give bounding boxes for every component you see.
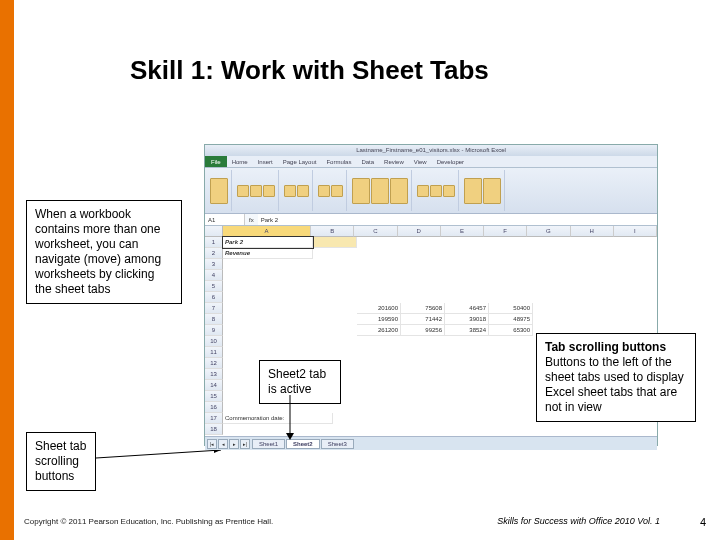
cell[interactable]: 75608: [401, 303, 445, 314]
font-icon[interactable]: [250, 185, 262, 197]
delete-icon[interactable]: [430, 185, 442, 197]
row-header[interactable]: 17: [205, 413, 223, 424]
callout-scroll-buttons: Sheet tab scrolling buttons: [26, 432, 96, 491]
row-header[interactable]: 13: [205, 369, 223, 380]
number-icon[interactable]: [331, 185, 343, 197]
sort-filter-icon[interactable]: [464, 178, 482, 204]
last-sheet-icon[interactable]: ▸|: [240, 439, 250, 449]
col-header[interactable]: H: [571, 226, 614, 237]
row-header[interactable]: 12: [205, 358, 223, 369]
callout-text: Sheet2 tab is active: [268, 367, 326, 396]
col-header[interactable]: F: [484, 226, 527, 237]
cell[interactable]: 201600: [357, 303, 401, 314]
ribbon: [205, 168, 657, 214]
row-header[interactable]: 5: [205, 281, 223, 292]
ribbon-tab[interactable]: Formulas: [321, 156, 356, 167]
col-header[interactable]: I: [614, 226, 657, 237]
row-header[interactable]: 9: [205, 325, 223, 336]
window-titlebar: Lastname_Firstname_e01_visitors.xlsx - M…: [205, 145, 657, 156]
ribbon-tab[interactable]: Insert: [253, 156, 278, 167]
name-box[interactable]: A1: [205, 214, 245, 225]
cell-a2[interactable]: Revenue: [223, 248, 313, 259]
row-header[interactable]: 6: [205, 292, 223, 303]
cell-styles-icon[interactable]: [390, 178, 408, 204]
find-select-icon[interactable]: [483, 178, 501, 204]
tab-scrolling-buttons: |◂ ◂ ▸ ▸|: [207, 439, 251, 449]
ribbon-tabs: File Home Insert Page Layout Formulas Da…: [205, 156, 657, 168]
row-header[interactable]: 16: [205, 402, 223, 413]
format-icon[interactable]: [443, 185, 455, 197]
row-header[interactable]: 14: [205, 380, 223, 391]
insert-icon[interactable]: [417, 185, 429, 197]
font-icon[interactable]: [237, 185, 249, 197]
first-sheet-icon[interactable]: |◂: [207, 439, 217, 449]
select-all-corner[interactable]: [205, 226, 223, 237]
cell[interactable]: 50400: [489, 303, 533, 314]
cell-a17[interactable]: Commemoration date:: [223, 413, 333, 424]
col-header[interactable]: B: [311, 226, 354, 237]
cell[interactable]: 48975: [489, 314, 533, 325]
sheet-tab[interactable]: Sheet1: [252, 439, 285, 449]
slide-accent-bar: [0, 0, 14, 540]
row-header[interactable]: 4: [205, 270, 223, 281]
formula-content[interactable]: Park 2: [258, 214, 657, 225]
formula-bar: A1 fx Park 2: [205, 214, 657, 226]
row-header[interactable]: 1: [205, 237, 223, 248]
col-header[interactable]: D: [398, 226, 441, 237]
ribbon-tab[interactable]: Data: [356, 156, 379, 167]
svg-marker-1: [214, 450, 221, 453]
callout-workbook: When a workbook contains more than one w…: [26, 200, 182, 304]
conditional-formatting-icon[interactable]: [352, 178, 370, 204]
callout-text: When a workbook contains more than one w…: [35, 207, 161, 296]
align-icon[interactable]: [284, 185, 296, 197]
footer-copyright: Copyright © 2011 Pearson Education, Inc.…: [24, 517, 273, 526]
ribbon-tab[interactable]: View: [409, 156, 432, 167]
cell[interactable]: 261200: [357, 325, 401, 336]
col-header[interactable]: G: [527, 226, 570, 237]
align-icon[interactable]: [297, 185, 309, 197]
col-header[interactable]: A: [223, 226, 311, 237]
cell[interactable]: 99256: [401, 325, 445, 336]
sheet-tab-bar: |◂ ◂ ▸ ▸| Sheet1 Sheet2 Sheet3: [205, 436, 657, 450]
row-header[interactable]: 7: [205, 303, 223, 314]
callout-text: Buttons to the left of the sheet tabs us…: [545, 355, 684, 414]
sheet-tab[interactable]: Sheet3: [321, 439, 354, 449]
col-header[interactable]: C: [354, 226, 397, 237]
paste-icon[interactable]: [210, 178, 228, 204]
cell[interactable]: 46457: [445, 303, 489, 314]
callout-tab-scrolling: Tab scrolling buttons Buttons to the lef…: [536, 333, 696, 422]
fx-icon[interactable]: fx: [245, 214, 258, 225]
row-header[interactable]: 15: [205, 391, 223, 402]
ribbon-tab[interactable]: Review: [379, 156, 409, 167]
cell[interactable]: 38524: [445, 325, 489, 336]
cell[interactable]: 71442: [401, 314, 445, 325]
cell[interactable]: 199590: [357, 314, 401, 325]
row-header[interactable]: 3: [205, 259, 223, 270]
ribbon-tab[interactable]: Page Layout: [278, 156, 322, 167]
number-icon[interactable]: [318, 185, 330, 197]
row-header[interactable]: 8: [205, 314, 223, 325]
next-sheet-icon[interactable]: ▸: [229, 439, 239, 449]
row-header[interactable]: 18: [205, 424, 223, 435]
footer-book-title: Skills for Success with Office 2010 Vol.…: [497, 516, 660, 526]
row-header[interactable]: 2: [205, 248, 223, 259]
sheet-tab-active[interactable]: Sheet2: [286, 439, 320, 449]
row-header[interactable]: 11: [205, 347, 223, 358]
col-header[interactable]: E: [441, 226, 484, 237]
file-tab[interactable]: File: [205, 156, 227, 167]
svg-line-0: [96, 450, 221, 458]
ribbon-tab[interactable]: Developer: [432, 156, 469, 167]
cell-a1[interactable]: Park 2: [223, 237, 313, 248]
row-header[interactable]: 10: [205, 336, 223, 347]
cell[interactable]: 65300: [489, 325, 533, 336]
prev-sheet-icon[interactable]: ◂: [218, 439, 228, 449]
font-icon[interactable]: [263, 185, 275, 197]
format-table-icon[interactable]: [371, 178, 389, 204]
callout-text: Sheet tab scrolling buttons: [35, 439, 86, 483]
page-number: 4: [700, 516, 706, 528]
pointer-line: [96, 450, 236, 480]
cell[interactable]: 39018: [445, 314, 489, 325]
ribbon-tab[interactable]: Home: [227, 156, 253, 167]
callout-title: Tab scrolling buttons: [545, 340, 666, 354]
cell[interactable]: [313, 237, 357, 248]
